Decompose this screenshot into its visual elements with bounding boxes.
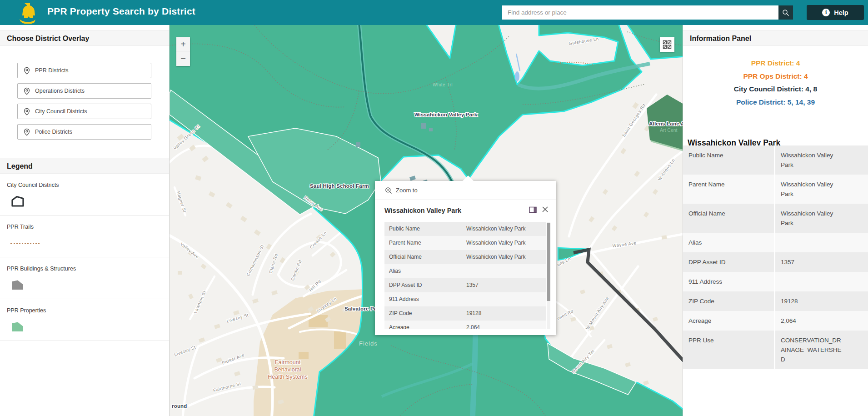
scrollbar-thumb[interactable] (547, 223, 550, 301)
feature-popup: Zoom to Wissahickon Valley Park Public N… (375, 181, 556, 335)
popup-title: Wissahickon Valley Park (384, 207, 461, 214)
table-row: 911 Address (384, 292, 546, 306)
table-row: Public NameWissahickon Valley Park (683, 145, 868, 175)
overlay-button-group: PPR Districts Operations Districts City … (0, 46, 169, 140)
gray-polygon-icon (10, 279, 25, 291)
table-row: Acreage2,064 (384, 321, 546, 329)
place-label: Health Systems (268, 374, 308, 380)
zoom-in-button[interactable]: + (176, 37, 190, 51)
left-sidebar: Choose District Overlay PPR Districts Op… (0, 25, 170, 416)
table-row: PPR UseCONSERVATION_DRAINAGE_WATERSHED (683, 331, 868, 369)
map-label-fields: Fields (359, 340, 378, 347)
table-row: Parent NameWissahickon Valley Park (683, 175, 868, 204)
table-row: Alias (384, 264, 546, 278)
overlay-button-ppr-districts[interactable]: PPR Districts (17, 63, 151, 78)
page-title: PPR Property Search by District (47, 6, 195, 17)
dock-icon[interactable] (529, 206, 537, 213)
outline-polygon-icon (10, 195, 25, 208)
district-summary: PPR District: 4 PPR Ops District: 4 City… (683, 57, 868, 109)
zoom-to-button[interactable]: Zoom to (375, 181, 556, 200)
table-row: ZIP Code19128 (384, 306, 546, 321)
legend-heading: Legend (0, 158, 169, 174)
table-row: DPP Asset ID1357 (384, 278, 546, 292)
search-icon (782, 9, 789, 16)
info-icon: i (822, 9, 830, 16)
overlay-button-police-districts[interactable]: Police Districts (17, 124, 151, 140)
overlay-heading: Choose District Overlay (0, 30, 169, 46)
liberty-bell-logo (15, 2, 39, 24)
park-label-saul-farm: Saul High School Farm (310, 183, 369, 189)
legend-item-ppr-properties: PPR Properties (0, 299, 169, 341)
popup-scrollbar[interactable] (547, 222, 550, 329)
panel-attribute-table: Public NameWissahickon Valley Park Paren… (683, 145, 868, 369)
table-row: Alias (683, 233, 868, 252)
zoom-control: + − (176, 37, 190, 66)
table-row: Public NameWissahickon Valley Park (384, 222, 546, 236)
information-panel: Information Panel PPR District: 4 PPR Op… (683, 25, 868, 416)
park-label-allens-lane: Allens Lane Ar (649, 121, 683, 126)
table-row: Official NameWissahickon Valley Park (384, 250, 546, 264)
search-button[interactable] (778, 5, 793, 20)
park-label-round: round (172, 403, 187, 409)
dotted-line-icon (10, 243, 40, 244)
legend-item-ppr-buildings: PPR Buildings & Structures (0, 257, 169, 299)
geocoder-search (502, 5, 793, 20)
table-row: ZIP Code19128 (683, 291, 868, 311)
map-pin-icon (24, 67, 30, 75)
app-header: PPR Property Search by District i Help (0, 0, 868, 25)
help-button[interactable]: i Help (807, 5, 864, 20)
table-row: Parent NameWissahickon Valley Park (384, 236, 546, 250)
popup-attribute-table: Public NameWissahickon Valley Park Paren… (384, 222, 550, 329)
info-panel-heading: Information Panel (683, 30, 868, 46)
place-label: Fairmount (275, 359, 301, 366)
close-icon[interactable] (542, 206, 549, 213)
map-pin-icon (24, 108, 30, 115)
city-council-district-line: City Council District: 4, 8 (683, 83, 868, 96)
basemap-grid-icon (663, 40, 672, 49)
map-pin-icon (24, 87, 30, 95)
table-row: Official NameWissahickon Valley Park (683, 204, 868, 233)
table-row: Acreage2,064 (683, 311, 868, 331)
overlay-button-city-council-districts[interactable]: City Council Districts (17, 104, 151, 119)
table-row: DPP Asset ID1357 (683, 252, 868, 272)
overlay-button-operations-districts[interactable]: Operations Districts (17, 83, 151, 99)
zoom-to-icon (385, 187, 392, 194)
green-polygon-icon (10, 321, 25, 333)
place-label: Behavioral (274, 366, 301, 373)
basemap-toggle-button[interactable] (660, 37, 674, 52)
search-input[interactable] (502, 5, 778, 20)
park-label-wissahickon: Wissahickon Valley Park (414, 112, 478, 117)
map-label-trail: White Trl (433, 82, 453, 87)
table-row: 911 Address (683, 272, 868, 291)
ppr-ops-district-line: PPR Ops District: 4 (683, 70, 868, 83)
map-label-art-center: Art Cent (660, 127, 678, 133)
ppr-district-line: PPR District: 4 (683, 57, 868, 70)
police-district-line: Police District: 5, 14, 39 (683, 96, 868, 109)
legend-item-ppr-trails: PPR Trails (0, 216, 169, 257)
map-pin-icon (24, 128, 30, 136)
legend-item-city-council-districts: City Council Districts (0, 174, 169, 216)
popup-anchor-arrow (462, 175, 474, 181)
zoom-out-button[interactable]: − (176, 51, 190, 65)
